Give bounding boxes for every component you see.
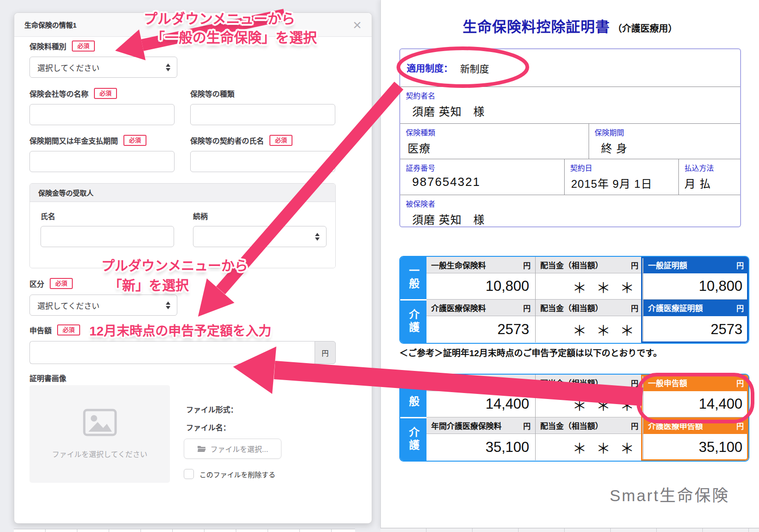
company-input[interactable] [29,104,175,125]
required-badge: 必須 [72,40,95,52]
beneficiary-name-input[interactable] [41,226,174,247]
image-placeholder-icon [83,409,117,436]
required-badge: 必須 [94,88,117,99]
folder-open-icon [197,445,206,452]
reference-note: ＜ご参考＞証明年12月末時点のご申告予定額は以下のとおりです。 [399,346,662,359]
policy-row: 証券番号 987654321 契約日 2015年 9月 1日 払込方法 月 払 [400,159,740,195]
table-value-row: 2573 ＊ ＊ ＊ 2573 [426,316,748,342]
category-select[interactable]: 選択してください [29,295,177,316]
delete-file-label: このファイルを削除する [199,469,275,479]
company-logo: Smart生命保険 [610,482,730,506]
premium-type-select[interactable]: 選択してください [29,57,177,78]
delete-file-checkbox[interactable] [184,469,194,479]
required-badge: 必須 [269,135,292,146]
required-badge: 必須 [50,278,73,289]
type-period-row: 保険種類 医療 保険期間 終 身 [400,124,740,159]
table-side-labels: 一般 介護 [400,257,426,343]
cutoff-content-strip-right [380,528,759,532]
table-value-row: 14,400 ＊ ＊ ＊ 14,400 [426,391,748,417]
file-format-label: ファイル形式： [186,404,238,415]
amount-label: 申告額 必須 [29,324,80,335]
delete-file-row: このファイルを削除する [184,469,275,479]
table-header-row: 年間介護医療保険料円 配当金（相当額）円 介護医療申告額円 [426,417,748,434]
table-header-row: 介護医療保険料円 配当金（相当額）円 介護医療証明額円 [426,300,748,316]
yen-suffix: 円 [315,341,336,364]
file-drop-placeholder: ファイルを選択してください [52,448,147,459]
kind-input[interactable] [190,104,335,125]
certified-amount-table: 一般 介護 一般生命保険料円 配当金（相当額）円 一般証明額円 10,800 ＊… [399,256,749,344]
contractor-row: 契約者名 須磨 英知 様 [400,87,740,124]
certificate-info-box: 適用制度： 新制度 契約者名 須磨 英知 様 保険種類 医療 保険期間 終 身 … [399,48,741,227]
certificate-title: 生命保険料控除証明書（介護医療用） [381,15,759,36]
premium-type-label: 保険料種別 必須 [29,40,95,52]
modal-title: 生命保険の情報1 [24,20,76,29]
beneficiary-group: 保険金等の受取人 氏名 続柄 [29,183,336,268]
planned-amount-table: 一般 介護 年間一般生命保険料円 配当金（相当額）円 一般申告額円 14,400… [399,374,749,462]
insured-row: 被保険者 須磨 英知 様 [400,195,740,226]
table-value-row: 35,100 ＊ ＊ ＊ 35,100 [426,434,748,460]
cutoff-content-strip-left [14,529,355,532]
table-value-row: 10,800 ＊ ＊ ＊ 10,800 [426,273,748,300]
kind-label: 保険等の種類 [190,88,234,99]
beneficiary-relation-select[interactable] [193,226,327,247]
select-updown-icon [315,233,320,241]
table-header-row: 一般生命保険料円 配当金（相当額）円 一般証明額円 [426,257,748,273]
period-input[interactable] [29,151,175,172]
certificate-image-label: 証明書画像 [29,372,66,383]
table-side-labels: 一般 介護 [400,375,426,461]
table-header-row: 年間一般生命保険料円 配当金（相当額）円 一般申告額円 [426,375,748,391]
modal-header: 生命保険の情報1 × [14,13,372,37]
select-updown-icon [166,301,170,309]
beneficiary-name-label: 氏名 [41,210,55,221]
insurance-info-modal: 生命保険の情報1 × 保険料種別 必須 選択してください 保険会社等の名称 必須… [14,12,372,524]
file-select-button[interactable]: ファイルを選択... [184,439,281,459]
select-updown-icon [166,64,170,71]
company-label: 保険会社等の名称 必須 [29,88,117,99]
period-label: 保険期間又は年金支払期間 必須 [29,135,146,146]
beneficiary-group-header: 保険金等の受取人 [30,184,335,202]
close-icon[interactable]: × [353,17,362,32]
system-row: 適用制度： 新制度 [400,49,740,87]
contractor-label: 保険等の契約者の氏名 必須 [190,135,292,146]
required-badge: 必須 [123,135,146,146]
required-badge: 必須 [57,324,80,335]
amount-input-group: 円 [29,341,336,364]
amount-input[interactable] [29,341,315,364]
contractor-input[interactable] [190,151,335,172]
beneficiary-relation-label: 続柄 [193,210,208,221]
category-label: 区分 必須 [29,278,73,289]
file-name-label: ファイル名： [186,422,230,433]
certificate-panel: 生命保険料控除証明書（介護医療用） 適用制度： 新制度 契約者名 須磨 英知 様… [380,0,759,528]
certificate-image-dropzone[interactable]: ファイルを選択してください [29,385,170,483]
